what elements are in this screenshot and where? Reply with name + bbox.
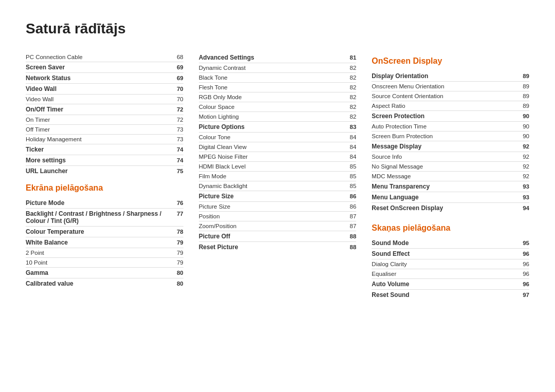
- table-row: HDMI Black Level85: [199, 162, 357, 172]
- row-label: Aspect Ratio: [372, 103, 516, 109]
- table-row: Off Timer73: [26, 125, 183, 135]
- table-row: White Balance79: [26, 237, 183, 248]
- row-number: 82: [343, 114, 356, 120]
- row-number: 90: [516, 113, 529, 119]
- row-label: No Signal Message: [372, 163, 516, 170]
- row-number: 69: [171, 64, 183, 70]
- row-label: PC Connection Cable: [26, 54, 171, 60]
- column-3: OnScreen Display Display Orientation89On…: [372, 52, 529, 300]
- row-label: Holiday Management: [26, 136, 171, 142]
- row-label: Picture Size: [199, 193, 344, 200]
- row-number: 79: [171, 259, 183, 266]
- row-label: Screen Protection: [372, 113, 516, 120]
- table-row: Menu Transparency93: [372, 181, 529, 192]
- row-number: 73: [171, 136, 183, 142]
- row-number: 93: [516, 183, 529, 190]
- col3-section1-rows: Display Orientation89Onscreen Menu Orien…: [372, 71, 529, 213]
- row-number: 84: [343, 144, 356, 150]
- table-row: Screen Burn Protection90: [372, 132, 529, 141]
- row-label: Reset Picture: [199, 244, 344, 251]
- row-number: 78: [171, 229, 183, 235]
- table-row: Reset Sound97: [372, 290, 529, 300]
- row-number: 82: [343, 84, 356, 90]
- row-label: Video Wall: [26, 96, 171, 102]
- row-number: 90: [516, 123, 529, 129]
- table-row: Dialog Clarity96: [372, 259, 529, 269]
- table-row: Message Display92: [372, 141, 529, 152]
- row-number: 86: [343, 203, 356, 210]
- table-row: Auto Volume96: [372, 279, 529, 290]
- row-label: RGB Only Mode: [199, 94, 344, 100]
- row-label: Colour Tone: [199, 134, 344, 140]
- row-label: Source Info: [372, 154, 516, 160]
- row-label: Onscreen Menu Orientation: [372, 83, 516, 89]
- row-number: 81: [343, 54, 356, 61]
- row-label: Film Mode: [199, 173, 344, 179]
- row-number: 93: [516, 194, 529, 200]
- table-row: Black Tone82: [199, 73, 357, 83]
- row-label: Black Tone: [199, 74, 344, 81]
- row-number: 97: [516, 292, 529, 298]
- row-label: Network Status: [26, 74, 171, 82]
- row-number: 92: [516, 154, 529, 160]
- row-label: Flesh Tone: [199, 84, 344, 90]
- row-label: 10 Point: [26, 259, 171, 266]
- row-label: Reset Sound: [372, 291, 516, 298]
- row-number: 79: [171, 250, 183, 256]
- row-number: 85: [343, 163, 356, 170]
- row-label: Colour Temperature: [26, 228, 171, 235]
- row-number: 84: [343, 154, 356, 160]
- row-number: 74: [171, 146, 183, 153]
- row-number: 88: [343, 244, 356, 250]
- row-label: Display Orientation: [372, 72, 516, 80]
- table-row: Colour Tone84: [199, 133, 357, 142]
- row-label: Screen Burn Protection: [372, 133, 516, 139]
- row-number: 68: [171, 54, 183, 60]
- row-number: 89: [516, 73, 529, 79]
- row-number: 75: [171, 168, 183, 174]
- row-label: On/Off Timer: [26, 106, 171, 113]
- row-number: 82: [343, 65, 356, 71]
- table-row: Dynamic Backlight85: [199, 181, 357, 191]
- table-row: Backlight / Contrast / Brightness / Shar…: [26, 209, 183, 227]
- table-row: Advanced Settings81: [199, 52, 357, 63]
- table-row: More settings74: [26, 155, 183, 166]
- row-label: Source Content Orientation: [372, 93, 516, 99]
- row-label: Auto Protection Time: [372, 123, 516, 129]
- table-row: Ticker74: [26, 144, 183, 155]
- column-1: PC Connection Cable68Screen Saver69Netwo…: [26, 52, 199, 300]
- section-onscreen-title: OnScreen Display: [372, 57, 529, 66]
- row-number: 82: [343, 74, 356, 81]
- table-row: Network Status69: [26, 73, 183, 84]
- row-number: 72: [171, 106, 183, 113]
- row-number: 76: [171, 200, 183, 206]
- col3-section2-rows: Sound Mode95Sound Effect96Dialog Clarity…: [372, 238, 529, 300]
- row-label: Equaliser: [372, 271, 516, 277]
- row-number: 89: [516, 103, 529, 109]
- row-label: Off Timer: [26, 126, 171, 133]
- row-number: 70: [171, 96, 183, 102]
- table-row: Screen Protection90: [372, 111, 529, 122]
- table-row: Onscreen Menu Orientation89: [372, 82, 529, 91]
- table-row: 2 Point79: [26, 248, 183, 258]
- table-row: Picture Size86: [199, 202, 357, 212]
- row-number: 73: [171, 126, 183, 133]
- row-number: 96: [516, 281, 529, 287]
- section-skanas-title: Skaņas pielāgošana: [372, 223, 529, 233]
- row-label: Motion Lighting: [199, 114, 344, 120]
- table-row: Reset OnScreen Display94: [372, 203, 529, 213]
- table-row: Digital Clean View84: [199, 142, 357, 152]
- table-row: Source Content Orientation89: [372, 91, 529, 101]
- row-number: 80: [171, 281, 183, 287]
- page-title: Saturā rādītājs: [26, 21, 529, 37]
- row-label: Advanced Settings: [199, 54, 344, 61]
- col1-section-rows: Picture Mode76Backlight / Contrast / Bri…: [26, 198, 183, 289]
- row-number: 92: [516, 143, 529, 150]
- table-row: Zoom/Position87: [199, 221, 357, 231]
- table-row: URL Launcher75: [26, 166, 183, 176]
- row-number: 87: [343, 213, 356, 219]
- row-label: HDMI Black Level: [199, 163, 344, 170]
- table-row: Reset Picture88: [199, 242, 357, 252]
- table-row: Picture Size86: [199, 191, 357, 202]
- row-label: Sound Mode: [372, 239, 516, 247]
